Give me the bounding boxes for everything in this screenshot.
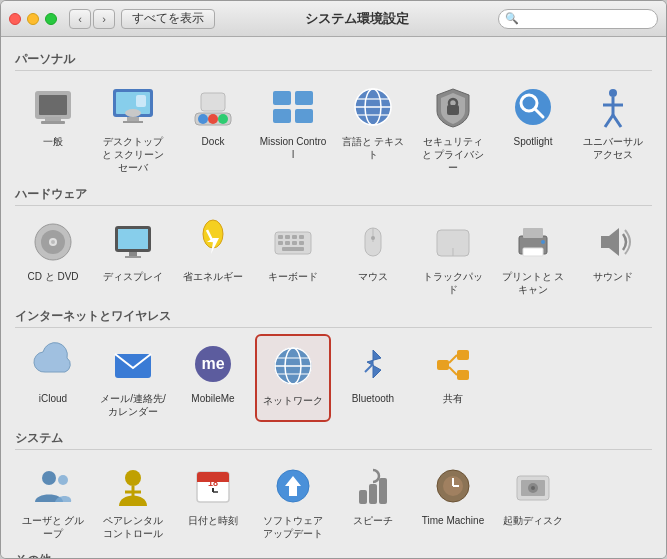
icon-item-desktop[interactable]: デスクトップと スクリーンセーバ [95, 77, 171, 178]
spotlight-icon [509, 83, 557, 131]
section-title-hardware: ハードウェア [15, 186, 652, 206]
icon-label-network: ネットワーク [263, 394, 323, 407]
icon-item-software[interactable]: ソフトウェア アップデート [255, 456, 331, 544]
svg-rect-52 [285, 241, 290, 245]
section-internet: インターネットとワイヤレスiCloudメール/連絡先/ カレンダーmeMobil… [15, 308, 652, 422]
titlebar: ‹ › すべてを表示 システム環境設定 🔍 [1, 1, 666, 37]
icon-label-mission: Mission Control [259, 135, 327, 161]
svg-rect-8 [123, 121, 143, 123]
icon-item-datetime[interactable]: 18日付と時刻 [175, 456, 251, 544]
svg-rect-7 [127, 117, 139, 121]
icon-label-startup: 起動ディスク [503, 514, 563, 527]
icon-label-bluetooth: Bluetooth [352, 392, 394, 405]
svg-marker-65 [601, 228, 619, 256]
timemachine-icon [429, 462, 477, 510]
icon-label-parental: ペアレンタル コントロール [99, 514, 167, 540]
icon-label-print: プリントと スキャン [499, 270, 567, 296]
svg-rect-40 [118, 229, 148, 249]
svg-rect-93 [359, 490, 367, 504]
icon-item-bluetooth[interactable]: Bluetooth [335, 334, 411, 422]
svg-rect-50 [299, 235, 304, 239]
svg-rect-53 [292, 241, 297, 245]
language-icon [349, 83, 397, 131]
energy-icon [189, 218, 237, 266]
trackpad-icon [429, 218, 477, 266]
icon-item-energy[interactable]: 省エネルギー [175, 212, 251, 300]
svg-rect-63 [523, 248, 543, 256]
svg-point-30 [609, 89, 617, 97]
svg-rect-3 [41, 121, 65, 124]
icon-grid-hardware: CD と DVDディスプレイ省エネルギーキーボードマウストラックパッドプリントと… [15, 212, 652, 300]
icon-item-mission[interactable]: Mission Control [255, 77, 331, 178]
icon-item-keyboard[interactable]: キーボード [255, 212, 331, 300]
speech-icon [349, 462, 397, 510]
icon-item-sharing[interactable]: 共有 [415, 334, 491, 422]
print-icon [509, 218, 557, 266]
icon-label-universal: ユニバーサル アクセス [579, 135, 647, 161]
icon-item-general[interactable]: 一般 [15, 77, 91, 178]
icon-item-icloud[interactable]: iCloud [15, 334, 91, 422]
sharing-icon [429, 340, 477, 388]
security-icon [429, 83, 477, 131]
general-icon [29, 83, 77, 131]
svg-point-12 [208, 114, 218, 124]
svg-line-33 [605, 115, 613, 127]
svg-point-6 [125, 109, 141, 117]
network-icon [269, 342, 317, 390]
svg-line-80 [449, 367, 457, 375]
close-button[interactable] [9, 13, 21, 25]
icon-label-dock: Dock [202, 135, 225, 148]
svg-point-58 [371, 236, 375, 240]
icon-label-trackpad: トラックパッド [419, 270, 487, 296]
keyboard-icon [269, 218, 317, 266]
icon-item-cddvd[interactable]: CD と DVD [15, 212, 91, 300]
icon-item-startup[interactable]: 起動ディスク [495, 456, 571, 544]
icon-item-mouse[interactable]: マウス [335, 212, 411, 300]
display-icon [109, 218, 157, 266]
icon-item-sound[interactable]: サウンド [575, 212, 651, 300]
sound-icon [589, 218, 637, 266]
icon-item-parental[interactable]: ペアレンタル コントロール [95, 456, 171, 544]
section-title-other: その他 [15, 552, 652, 558]
icon-item-dock[interactable]: Dock [175, 77, 251, 178]
icon-item-security[interactable]: セキュリティと プライバシー [415, 77, 491, 178]
icon-item-timemachine[interactable]: Time Machine [415, 456, 491, 544]
icon-item-spotlight[interactable]: Spotlight [495, 77, 571, 178]
icon-item-speech[interactable]: スピーチ [335, 456, 411, 544]
icon-item-display[interactable]: ディスプレイ [95, 212, 171, 300]
icon-item-universal[interactable]: ユニバーサル アクセス [575, 77, 651, 178]
icon-item-network[interactable]: ネットワーク [255, 334, 331, 422]
icon-label-users: ユーザと グループ [19, 514, 87, 540]
icon-label-software: ソフトウェア アップデート [259, 514, 327, 540]
search-input[interactable] [522, 12, 652, 26]
software-icon [269, 462, 317, 510]
show-all-button[interactable]: すべてを表示 [121, 9, 215, 29]
icon-grid-system: ユーザと グループペアレンタル コントロール18日付と時刻ソフトウェア アップデ… [15, 456, 652, 544]
svg-point-13 [218, 114, 228, 124]
back-button[interactable]: ‹ [69, 9, 91, 29]
svg-rect-17 [273, 109, 291, 123]
icon-item-language[interactable]: 言語と テキスト [335, 77, 411, 178]
svg-point-103 [531, 486, 535, 490]
startup-icon [509, 462, 557, 510]
maximize-button[interactable] [45, 13, 57, 25]
icon-item-trackpad[interactable]: トラックパッド [415, 212, 491, 300]
icon-item-users[interactable]: ユーザと グループ [15, 456, 91, 544]
icon-label-timemachine: Time Machine [422, 514, 484, 527]
icon-item-mobileme[interactable]: meMobileMe [175, 334, 251, 422]
section-title-personal: パーソナル [15, 51, 652, 71]
svg-line-34 [613, 115, 621, 127]
search-box[interactable]: 🔍 [498, 9, 658, 29]
section-other: その他Flash PlayerWMVFlip4Mac WMVFUSEFUSE f… [15, 552, 652, 558]
svg-rect-9 [136, 95, 146, 107]
svg-rect-16 [295, 91, 313, 105]
icon-item-print[interactable]: プリントと スキャン [495, 212, 571, 300]
svg-rect-77 [437, 360, 449, 370]
cddvd-icon [29, 218, 77, 266]
parental-icon [109, 462, 157, 510]
forward-button[interactable]: › [93, 9, 115, 29]
svg-point-82 [58, 475, 68, 485]
svg-point-83 [125, 470, 141, 486]
minimize-button[interactable] [27, 13, 39, 25]
icon-item-mail[interactable]: メール/連絡先/ カレンダー [95, 334, 171, 422]
